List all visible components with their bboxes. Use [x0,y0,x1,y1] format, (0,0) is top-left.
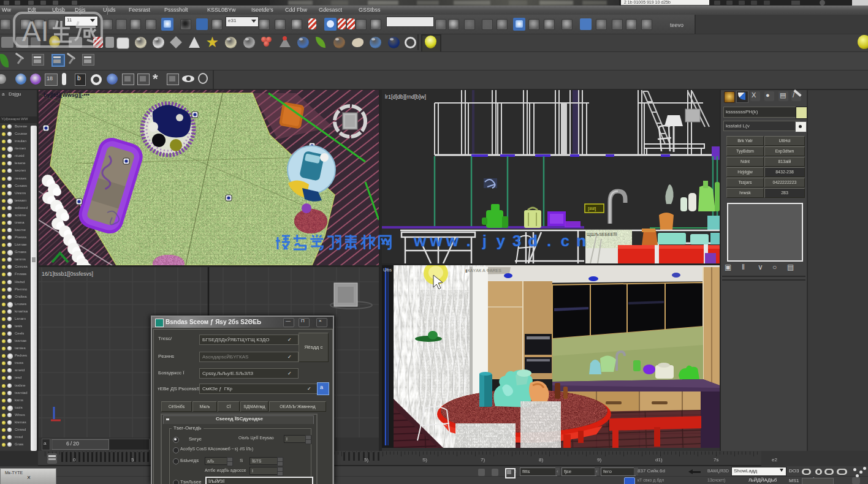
svg-text:▮КАΥАК А ФАRЕS: ▮КАΥАК А ФАRЕS [465,268,501,273]
svg-text:lr1[d]db][rnd[b]w]: lr1[d]db][rnd[b]w] [385,94,426,100]
svg-text:[##]: [##] [588,206,596,211]
svg-text:by]ltd][Wwsg][-•••: by]ltd][Wwsg][-••• [44,92,89,98]
svg-text:16/1]tssb1[[0ssfesvs]: 16/1]tssb1[[0ssfesvs] [42,271,93,277]
svg-text:Ubs: Ubs [383,267,392,273]
svg-text:ЩШЉЅЕБЕЕЇЇЇ: ЩШЉЅЕБЕЕЇЇЇ [587,232,617,237]
